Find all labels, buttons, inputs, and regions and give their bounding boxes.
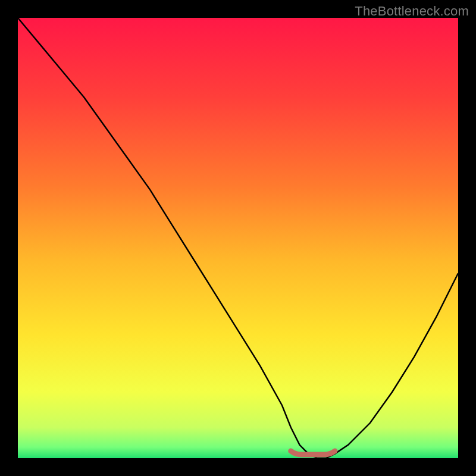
chart-canvas: { "watermark": "TheBottleneck.com", "cha… [0, 0, 476, 476]
watermark-text: TheBottleneck.com [355, 4, 469, 19]
chart-svg [0, 0, 476, 476]
